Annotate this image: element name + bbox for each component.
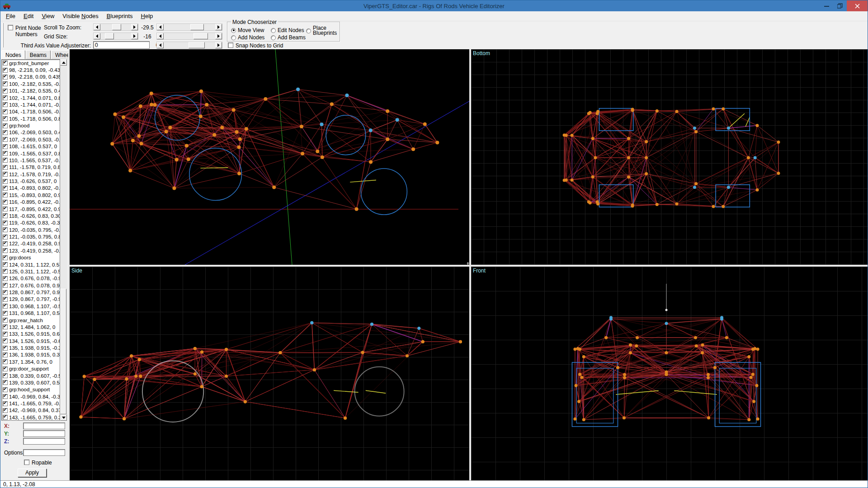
checkbox-box[interactable] [3,137,8,142]
list-item[interactable]: 121, -0.035, 0.795, 0.89 [2,233,60,240]
list-item[interactable]: 117, -0.895, 0.422, 0.93 [2,206,60,212]
checkbox-box[interactable] [3,61,8,66]
checkbox-box[interactable] [3,297,8,302]
list-item[interactable]: 136, 1.938, 0.915, 0.30 [2,352,60,358]
checkbox-box[interactable] [3,81,8,86]
list-item[interactable]: grp:door_support [2,366,60,372]
checkbox-box[interactable] [3,116,8,121]
list-item[interactable]: 137, 1.354, 0.76, 0 [2,358,60,365]
checkbox-box[interactable] [3,186,8,191]
list-item[interactable]: grp:hood_support [2,386,60,393]
radio-button[interactable] [271,35,276,40]
menu-item-visible-nodes[interactable]: Visible Nodes [58,12,102,20]
scroll-left-button[interactable] [157,33,164,39]
scrollbar-thumb[interactable] [189,42,205,48]
list-item[interactable]: 118, -0.626, 0.83, 0.308 [2,212,60,219]
list-item[interactable]: 133, 1.526, 0.915, 0.62 [2,331,60,338]
scroll-left-button[interactable] [94,33,100,39]
scrollbar-track[interactable] [164,24,215,30]
checkbox-box[interactable] [3,172,8,177]
checkbox-box[interactable] [24,460,29,465]
list-item[interactable]: 104, -1.718, 0.506, -0.87 [2,108,60,115]
node-list-scrollbar[interactable] [60,59,67,421]
checkbox-box[interactable] [3,276,8,281]
gridsize-scrollbar-2[interactable] [156,33,222,40]
list-item[interactable]: 127, 0.676, 0.078, 0.94 [2,282,60,289]
list-item[interactable]: 123, -0.419, 0.258, -0.90 [2,247,60,254]
node-list[interactable]: grp:front_bumper98, -2.218, 0.09, -0.435… [1,59,60,421]
list-item[interactable]: 120, -0.035, 0.795, -0.89 [2,226,60,233]
scrollbar-track[interactable] [100,33,131,39]
snap-nodes-checkbox[interactable]: Snap Nodes to Grid [228,42,283,49]
list-item[interactable]: grp:hood [2,122,60,129]
field-input-z[interactable] [23,438,65,445]
checkbox-box[interactable] [3,109,8,114]
menu-item-file[interactable]: File [2,12,19,20]
checkbox-box[interactable] [3,144,8,149]
checkbox-box[interactable] [3,241,8,246]
zoom-scrollbar-2[interactable] [156,23,222,31]
list-item[interactable]: 135, 1.938, 0.915, -0.30 [2,344,60,351]
list-item[interactable]: 129, 0.867, 0.797, -0.94 [2,296,60,303]
list-item[interactable]: 115, -0.893, 0.802, 0.91 [2,192,60,198]
third-axis-scrollbar[interactable] [156,42,222,49]
close-icon[interactable] [847,0,868,11]
print-node-numbers-checkbox[interactable]: Print Node Numbers [8,25,48,38]
checkbox-box[interactable] [3,408,8,413]
checkbox-box[interactable] [3,227,8,232]
list-item[interactable]: grp:rear_hatch [2,317,60,324]
scrollbar-track[interactable] [100,24,131,30]
checkbox-box[interactable] [3,373,8,378]
checkbox-box[interactable] [3,75,8,80]
list-item[interactable]: 124, 0.311, 1.122, 0.57 [2,261,60,268]
checkbox-box[interactable] [3,324,8,329]
apply-button[interactable]: Apply [18,469,47,477]
list-item[interactable]: 106, -2.069, 0.503, 0.43 [2,129,60,136]
list-item[interactable]: grp:doors [2,254,60,261]
checkbox-box[interactable] [3,158,8,163]
list-item[interactable]: 101, -2.182, 0.535, 0.43 [2,88,60,94]
list-item[interactable]: 98, -2.218, 0.09, -0.435 [2,66,60,73]
radio-button[interactable] [231,35,236,40]
checkbox-box[interactable] [3,165,8,170]
list-item[interactable]: 140, -0.969, 0.84, -0.37 [2,393,60,400]
list-item[interactable]: 131, 0.968, 1.107, 0.57 [2,310,60,317]
checkbox-box[interactable] [3,290,8,295]
checkbox-box[interactable] [3,213,8,218]
checkbox-box[interactable] [3,179,8,184]
scroll-right-button[interactable] [215,42,222,48]
list-item[interactable]: 100, -2.182, 0.535, -0.43 [2,80,60,87]
scrollbar-track[interactable] [164,42,215,48]
checkbox-box[interactable] [3,380,8,385]
list-item[interactable]: 132, 1.484, 1.062, 0 [2,324,60,330]
checkbox-box[interactable] [3,394,8,399]
scrollbar-track[interactable] [60,66,66,414]
checkbox-box[interactable] [3,151,8,156]
list-item[interactable]: 134, 1.526, 0.915, -0.62 [2,338,60,344]
menu-item-blueprints[interactable]: Blueprints [103,12,137,20]
minimize-icon[interactable] [820,0,833,11]
checkbox-box[interactable] [3,262,8,267]
checkbox-box[interactable] [3,248,8,253]
checkbox-box[interactable] [3,95,8,100]
list-item[interactable]: 138, 0.339, 0.607, -0.50 [2,372,60,379]
zoom-scrollbar-1[interactable] [93,23,138,31]
checkbox-box[interactable] [3,68,8,73]
viewport-3d[interactable] [70,49,469,265]
menu-item-edit[interactable]: Edit [19,12,38,20]
scrollbar-thumb[interactable] [190,24,204,30]
mode-radio-edit-nodes[interactable]: Edit Nodes [271,27,304,33]
scroll-up-button[interactable] [60,59,67,66]
checkbox-box[interactable] [3,269,8,274]
menu-item-view[interactable]: View [38,12,58,20]
radio-button[interactable] [271,28,276,33]
scrollbar-thumb[interactable] [112,24,121,30]
field-input-y[interactable] [23,430,65,437]
ropable-checkbox[interactable]: Ropable [24,460,52,466]
checkbox-box[interactable] [3,200,8,205]
mode-radio-add-beams[interactable]: Add Beams [271,34,306,41]
list-item[interactable]: 103, -1.744, 0.071, -0.85 [2,101,60,108]
viewport-side[interactable]: Side [70,267,469,480]
scroll-left-button[interactable] [157,42,164,48]
list-item[interactable]: 107, -2.069, 0.503, -0.43 [2,136,60,143]
